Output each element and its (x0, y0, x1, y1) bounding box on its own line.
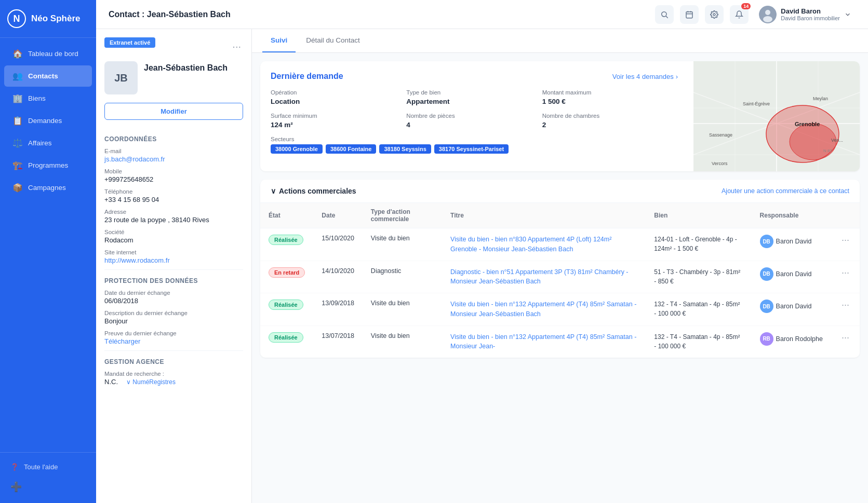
campagnes-icon: 📦 (12, 183, 23, 193)
status-badge: Réalisée (269, 235, 303, 245)
row-options-button[interactable]: ··· (839, 332, 851, 343)
svg-text:Grenoble: Grenoble (795, 121, 820, 127)
titre-link[interactable]: Visite du bien - bien n°830 Appartement … (450, 236, 611, 253)
contact-options-button[interactable]: ··· (230, 38, 243, 55)
date-echange-label: Date du dernier échange (104, 290, 243, 296)
cell-date: 15/10/2020 (313, 228, 363, 261)
demand-pieces: Nombre de pièces 4 (406, 113, 542, 129)
sidebar-item-biens[interactable]: 🏢 Biens (4, 88, 92, 109)
mobile-value: +999725648652 (104, 175, 243, 183)
actions-table: État Date Type d'action commerciale Titr… (260, 203, 860, 358)
svg-line-1 (666, 16, 668, 18)
sidebar-item-tableau-de-bord[interactable]: 🏠 Tableau de bord (4, 43, 92, 64)
sidebar-item-add[interactable]: ➕ (6, 477, 90, 497)
calendar-button[interactable] (680, 5, 699, 24)
bien-value: 124-01 - Loft - Grenoble - 4p - 124m² - … (654, 236, 737, 252)
mandat-field: Mandat de recherche : N.C. ∨ NuméRegistr… (104, 371, 243, 386)
map-svg: Grenoble Saint-Égrève Meylan Sassenage V… (693, 61, 860, 171)
user-info: David Baron David Baron immobilier (781, 7, 840, 21)
telephone-value: +33 4 15 68 95 04 (104, 196, 243, 203)
main-area: Contact : Jean-Sébastien Bach 14 David B (96, 0, 868, 503)
demand-chambres: Nombre de chambres 2 (542, 113, 678, 129)
coordonnees-section-label: Coordonnées (104, 135, 243, 143)
chevron-down-icon: ∨ (271, 187, 276, 195)
biens-icon: 🏢 (12, 93, 23, 103)
svg-point-9 (763, 16, 772, 22)
sidebar-item-demandes[interactable]: 📋 Demandes (4, 110, 92, 131)
search-button[interactable] (655, 5, 674, 24)
cell-type: Visite du bien (363, 325, 442, 358)
content-area: Extranet activé ··· JB Jean-Sébastien Ba… (96, 29, 868, 503)
numero-registres-link[interactable]: ∨ NuméRegistres (126, 378, 176, 386)
sidebar-item-aide[interactable]: ❓ Toute l'aide (6, 459, 90, 475)
societe-field: Société Rodacom (104, 229, 243, 244)
actions-title[interactable]: ∨ Actions commerciales (271, 187, 356, 195)
preuve-value[interactable]: Télécharger (104, 337, 140, 345)
calendar-icon (685, 10, 693, 19)
notification-badge: 14 (741, 3, 751, 9)
bien-value: 132 - T4 - Samatan - 4p - 85m² - 100 000… (654, 301, 740, 317)
svg-text:Meylan: Meylan (813, 96, 828, 101)
row-options-button[interactable]: ··· (839, 267, 851, 278)
user-name: David Baron (781, 7, 840, 15)
tab-suivi[interactable]: Suivi (262, 29, 296, 52)
logo-icon: N (7, 9, 26, 28)
table-header: État Date Type d'action commerciale Titr… (260, 203, 860, 228)
titre-link[interactable]: Visite du bien - bien n°132 Appartement … (450, 333, 636, 350)
svg-text:Vercors: Vercors (712, 161, 728, 166)
resp-name: Baron David (776, 238, 812, 245)
email-value[interactable]: js.bach@rodacom.fr (104, 155, 165, 163)
titre-link[interactable]: Diagnostic - bien n°51 Appartement 3P (T… (450, 268, 628, 286)
svg-point-6 (713, 13, 715, 16)
pieces-value: 4 (406, 121, 542, 129)
description-echange-label: Description du dernier échange (104, 310, 243, 316)
add-action-link[interactable]: Ajouter une action commerciale à ce cont… (722, 187, 849, 195)
notifications-button[interactable]: 14 (730, 5, 749, 24)
tabs: Suivi Détail du Contact (252, 29, 868, 53)
sidebar-item-affaires[interactable]: ⚖️ Affaires (4, 132, 92, 154)
cell-menu: ··· (831, 293, 860, 326)
row-options-button[interactable]: ··· (839, 235, 851, 245)
help-icon: ❓ (10, 463, 19, 471)
demand-operation: Opération Location (271, 89, 406, 105)
svg-rect-2 (686, 11, 692, 18)
col-date: Date (313, 203, 363, 228)
page-title: Contact : Jean-Sébastien Bach (109, 10, 655, 19)
cell-bien: 132 - T4 - Samatan - 4p - 85m² - 100 000… (646, 325, 751, 358)
voir-demandes-link[interactable]: Voir les 4 demandes › (612, 73, 678, 80)
table-row: Réalisée 13/07/2018 Visite du bien Visit… (260, 325, 860, 358)
svg-point-20 (790, 124, 836, 160)
telephone-label: Téléphone (104, 188, 243, 195)
telephone-field: Téléphone +33 4 15 68 95 04 (104, 188, 243, 203)
sidebar-item-contacts[interactable]: 👥 Contacts (4, 65, 92, 87)
aide-label: Toute l'aide (24, 463, 58, 471)
chambres-label: Nombre de chambres (542, 113, 678, 119)
preuve-label: Preuve du dernier échange (104, 330, 243, 336)
contact-avatar: JB (104, 61, 138, 94)
row-options-button[interactable]: ··· (839, 300, 851, 310)
site-value[interactable]: http://www.rodacom.fr (104, 256, 170, 264)
contact-fullname: Jean-Sébastien Bach (144, 61, 243, 73)
logo[interactable]: N Néo Sphère (0, 0, 96, 38)
user-subtitle: David Baron immobilier (781, 15, 840, 21)
settings-button[interactable] (705, 5, 724, 24)
preuve-field: Preuve du dernier échange Télécharger (104, 330, 243, 345)
description-echange-value: Bonjour (104, 317, 243, 325)
sidebar-item-programmes[interactable]: 🏗️ Programmes (4, 155, 92, 176)
modify-button[interactable]: Modifier (104, 103, 243, 120)
gestion-section-label: Gestion Agence (104, 358, 243, 365)
contact-header: JB Jean-Sébastien Bach (104, 61, 243, 94)
titre-link[interactable]: Visite du bien - bien n°132 Appartement … (450, 301, 636, 318)
mandat-label: Mandat de recherche : (104, 371, 243, 377)
user-menu[interactable]: David Baron David Baron immobilier (755, 4, 856, 25)
protection-section-label: Protection des données (104, 277, 243, 284)
svg-text:Saint-Égrève: Saint-Égrève (743, 101, 770, 106)
chambres-value: 2 (542, 121, 678, 129)
pieces-label: Nombre de pièces (406, 113, 542, 119)
tab-detail[interactable]: Détail du Contact (298, 29, 368, 52)
cell-menu: ··· (831, 325, 860, 358)
sidebar-item-campagnes[interactable]: 📦 Campagnes (4, 177, 92, 198)
status-badge: Réalisée (269, 332, 303, 343)
secteurs-label: Secteurs (271, 136, 678, 142)
bien-value: 51 - T3 - Chambéry - 3p - 81m² - 850 € (654, 268, 740, 285)
